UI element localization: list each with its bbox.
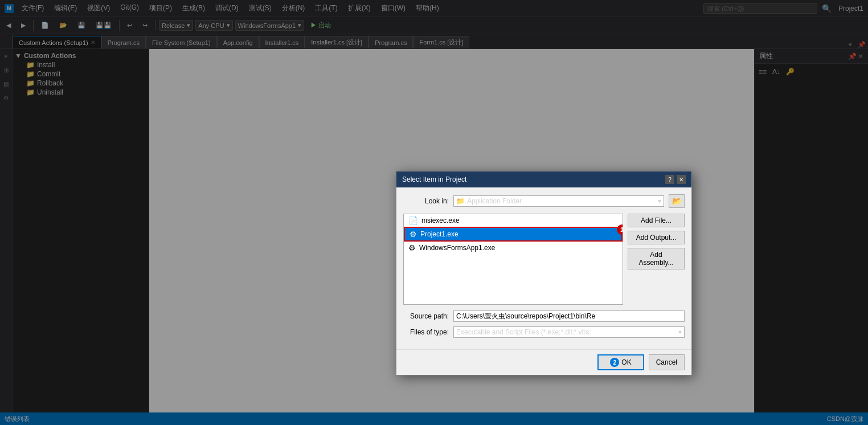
browse-folder-btn[interactable]: 📂	[669, 194, 685, 208]
select-item-dialog: Select Item in Project ? ✕ Look in: 📁 Ap…	[396, 171, 692, 375]
ok-label: OK	[621, 358, 631, 366]
file-section: 📄 msiexec.exe ⚙ Project1.exe 1 ⚙ Windows…	[403, 214, 685, 305]
look-in-row: Look in: 📁 Application Folder ▾ 📂	[403, 194, 685, 208]
project1-icon: ⚙	[410, 230, 417, 239]
file-item-project1[interactable]: ⚙ Project1.exe 1	[404, 227, 623, 242]
source-path-row: Source path:	[403, 310, 685, 322]
dialog-footer: 2 OK Cancel	[396, 349, 691, 375]
dialog-controls: ? ✕	[665, 175, 686, 184]
dialog-body: Look in: 📁 Application Folder ▾ 📂 📄 msie…	[396, 187, 691, 349]
dialog-overlay: Select Item in Project ? ✕ Look in: 📁 Ap…	[0, 0, 868, 425]
files-of-type-value: Executable and Script Files (*.exe;*.dll…	[456, 328, 591, 336]
files-of-type-label: Files of type:	[403, 328, 449, 336]
dialog-title: Select Item in Project	[402, 175, 466, 183]
winforms-icon: ⚙	[408, 243, 416, 252]
look-in-dropdown[interactable]: 📁 Application Folder ▾	[453, 195, 664, 207]
dropdown-arrow-icon: ▾	[658, 197, 661, 205]
look-in-value: Application Folder	[467, 197, 522, 205]
winforms-name: WindowsFormsApp1.exe	[419, 244, 495, 252]
file-item-msiexec[interactable]: 📄 msiexec.exe	[404, 214, 623, 227]
files-of-type-row: Files of type: Executable and Script Fil…	[403, 326, 685, 338]
folder-icon: 📁	[456, 197, 465, 205]
look-in-label: Look in:	[403, 197, 449, 205]
right-action-buttons: Add File... Add Output... Add Assembly..…	[628, 214, 685, 305]
source-path-label: Source path:	[403, 312, 449, 320]
cancel-button[interactable]: Cancel	[649, 354, 685, 370]
project1-badge: 1	[617, 224, 623, 235]
dialog-title-bar: Select Item in Project ? ✕	[396, 171, 691, 187]
msiexec-icon: 📄	[408, 216, 418, 225]
dialog-close-btn[interactable]: ✕	[677, 175, 686, 184]
files-of-type-dropdown[interactable]: Executable and Script Files (*.exe;*.dll…	[453, 326, 685, 338]
ok-button[interactable]: 2 OK	[597, 354, 644, 370]
add-assembly-btn[interactable]: Add Assembly...	[628, 248, 685, 269]
dialog-help-btn[interactable]: ?	[665, 175, 674, 184]
ok-badge: 2	[610, 358, 619, 367]
project1-name: Project1.exe	[420, 230, 458, 238]
file-list: 📄 msiexec.exe ⚙ Project1.exe 1 ⚙ Windows…	[403, 214, 623, 305]
source-path-input[interactable]	[453, 310, 685, 322]
msiexec-name: msiexec.exe	[421, 216, 460, 224]
files-type-arrow-icon: ▾	[678, 328, 682, 336]
add-file-btn[interactable]: Add File...	[628, 214, 685, 227]
add-output-btn[interactable]: Add Output...	[628, 231, 685, 244]
file-item-winforms[interactable]: ⚙ WindowsFormsApp1.exe	[404, 242, 623, 254]
